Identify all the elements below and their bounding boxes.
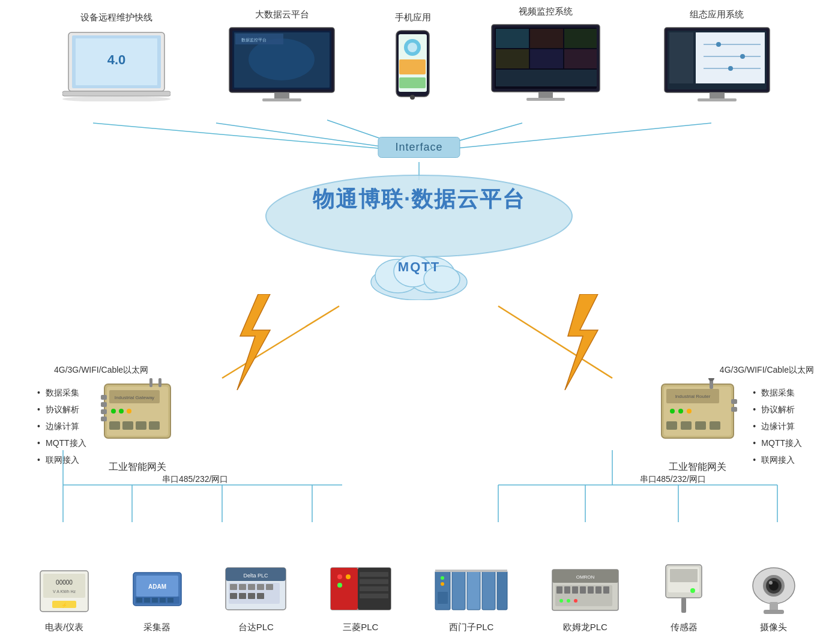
device-delta-plc-label: 台达PLC [238, 622, 274, 633]
svg-rect-158 [572, 586, 578, 594]
svg-point-149 [441, 576, 444, 580]
svg-rect-126 [248, 584, 255, 590]
svg-point-30 [249, 38, 315, 80]
svg-point-164 [567, 599, 570, 603]
svg-point-93 [708, 378, 714, 381]
svg-rect-168 [670, 569, 698, 582]
device-bigdata-label: 大数据云平台 [255, 9, 309, 20]
gateway-right-section: Industrial Router 工业智能网关 数据采集 协议解析 边缘计算 … [656, 378, 802, 474]
collector-icon: ADAM [130, 568, 184, 616]
svg-rect-129 [230, 593, 237, 599]
svg-rect-127 [257, 584, 264, 590]
meter-icon: 00000 V A KWh Hz ⚡ [37, 568, 91, 616]
device-bigdata: 大数据云平台 数据监控平台 [223, 9, 340, 101]
svg-point-61 [740, 54, 745, 59]
svg-text:数据监控平台: 数据监控平台 [241, 38, 267, 42]
svg-rect-52 [526, 98, 565, 101]
svg-rect-161 [595, 586, 601, 594]
svg-rect-151 [438, 592, 448, 604]
svg-rect-106 [43, 574, 85, 598]
svg-rect-48 [530, 49, 563, 68]
device-camera-label: 摄像头 [760, 622, 787, 633]
svg-point-150 [441, 582, 444, 586]
device-siemens-plc: 西门子PLC [432, 565, 510, 633]
svg-point-163 [559, 599, 563, 603]
svg-rect-80 [158, 378, 161, 387]
gateway-left-section: 数据采集 协议解析 边缘计算 MQTT接入 联网接入 I [36, 378, 176, 474]
monitor-video-icon [486, 23, 606, 101]
svg-rect-115 [136, 598, 142, 603]
svg-point-175 [769, 581, 773, 585]
gateway-left-features: 数据采集 协议解析 边缘计算 MQTT接入 联网接入 [36, 384, 86, 468]
lightning-right-icon [550, 294, 622, 390]
svg-rect-176 [770, 602, 778, 611]
omron-plc-icon: OMRON [549, 565, 621, 616]
svg-rect-63 [710, 92, 725, 98]
svg-point-136 [337, 574, 342, 579]
svg-rect-116 [144, 598, 150, 603]
svg-rect-117 [152, 598, 158, 603]
svg-rect-44 [496, 29, 529, 48]
svg-point-84 [119, 409, 124, 414]
svg-rect-145 [467, 571, 480, 610]
device-phone-label: 手机应用 [395, 12, 431, 23]
device-delta-plc: Delta PLC 台达PLC [223, 565, 289, 633]
svg-rect-148 [435, 570, 507, 572]
device-collector-label: 采集器 [143, 622, 170, 633]
laptop-icon: 4.0 [62, 29, 170, 101]
feature-left-5: 联网接入 [36, 451, 86, 468]
interface-label: Interface [395, 141, 442, 153]
feature-left-3: 边缘计算 [36, 418, 86, 435]
svg-rect-169 [681, 598, 686, 613]
svg-line-4 [419, 123, 711, 152]
device-omron-plc: OMRON 欧姆龙PLC [549, 565, 621, 633]
top-devices-row: 设备远程维护快线 4.0 大数据云平台 数据监控 [0, 6, 838, 101]
svg-text:Delta PLC: Delta PLC [244, 573, 269, 579]
svg-rect-55 [669, 32, 693, 83]
svg-point-60 [716, 42, 721, 47]
device-meter: 00000 V A KWh Hz ⚡ 电表/仪表 [37, 568, 91, 633]
feature-right-2: 协议解析 [752, 401, 802, 418]
svg-rect-103 [695, 421, 706, 430]
svg-rect-141 [360, 586, 388, 591]
device-laptop-label: 设备远程维护快线 [80, 12, 152, 23]
siemens-plc-icon [432, 565, 510, 616]
device-omron-plc-label: 欧姆龙PLC [563, 622, 607, 633]
svg-rect-132 [257, 593, 264, 599]
device-camera: 摄像头 [747, 565, 801, 633]
monitor-bigdata-icon: 数据监控平台 [223, 26, 340, 101]
gateway-left-label: 工业智能网关 [109, 461, 166, 474]
svg-point-38 [408, 43, 417, 52]
svg-rect-64 [698, 98, 737, 101]
svg-rect-160 [588, 586, 594, 594]
svg-rect-33 [274, 92, 289, 98]
svg-rect-50 [496, 70, 597, 86]
svg-text:ADAM: ADAM [148, 583, 166, 590]
feature-right-1: 数据采集 [752, 384, 802, 401]
svg-rect-88 [136, 421, 146, 430]
gateway-right-label: 工业智能网关 [669, 461, 726, 474]
svg-point-100 [687, 409, 692, 414]
svg-rect-118 [160, 598, 166, 603]
gateway-left-icon: Industrial Gateway [98, 378, 176, 456]
svg-rect-162 [603, 586, 609, 594]
svg-point-99 [678, 409, 683, 414]
svg-rect-146 [482, 571, 495, 610]
svg-rect-87 [122, 421, 133, 430]
svg-rect-140 [360, 579, 388, 584]
svg-line-0 [93, 123, 419, 152]
svg-rect-157 [564, 586, 570, 594]
svg-rect-95 [731, 407, 737, 412]
svg-point-83 [111, 409, 116, 414]
svg-rect-34 [262, 98, 301, 101]
svg-rect-101 [666, 421, 677, 430]
mitsubishi-plc-icon [328, 565, 394, 616]
interface-box: Interface [378, 137, 460, 158]
svg-rect-79 [149, 378, 152, 387]
svg-rect-39 [399, 59, 426, 74]
feature-left-2: 协议解析 [36, 401, 86, 418]
svg-rect-156 [556, 586, 562, 594]
feature-right-3: 边缘计算 [752, 418, 802, 435]
device-video: 视频监控系统 [486, 6, 606, 101]
bottom-devices-row: 00000 V A KWh Hz ⚡ 电表/仪表 ADAM 采集器 [0, 562, 838, 633]
